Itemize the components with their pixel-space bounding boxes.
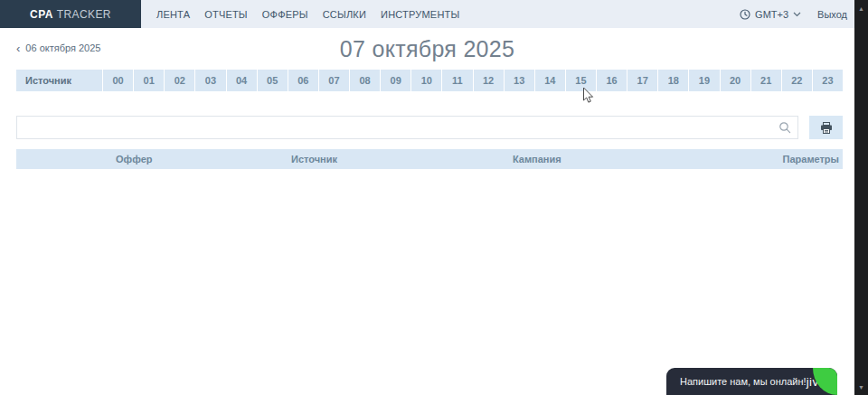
search-row xyxy=(16,116,843,139)
hours-header-row: Источник 00 01 02 03 04 05 06 07 08 09 1… xyxy=(16,70,843,91)
menu-item-lenta[interactable]: ЛЕНТА xyxy=(156,9,191,20)
vertical-scrollbar[interactable]: ▲ ▼ xyxy=(854,0,868,395)
page-title: 07 октября 2025 xyxy=(0,36,854,62)
timezone-selector[interactable]: GMT+3 xyxy=(740,9,801,20)
main-content: ‹ 06 октября 2025 07 октября 2025 Источн… xyxy=(0,28,854,169)
hour-cell-19: 19 xyxy=(688,70,719,91)
hour-cell-07: 07 xyxy=(318,70,349,91)
hour-cell-09: 09 xyxy=(380,70,410,91)
main-menu: ЛЕНТА ОТЧЕТЫ ОФФЕРЫ ССЫЛКИ ИНСТРУМЕНТЫ xyxy=(156,0,460,28)
printer-icon xyxy=(820,122,833,134)
search-input[interactable] xyxy=(16,116,798,139)
hour-cell-10: 10 xyxy=(410,70,441,91)
menu-item-instrumenty[interactable]: ИНСТРУМЕНТЫ xyxy=(380,9,460,20)
search-icon xyxy=(778,121,791,134)
hour-cell-11: 11 xyxy=(441,70,472,91)
hour-cell-14: 14 xyxy=(534,70,565,91)
hour-cell-02: 02 xyxy=(164,70,194,91)
column-header-parameters: Параметры xyxy=(734,154,843,165)
report-table-header: Оффер Источник Кампания Параметры xyxy=(16,149,843,169)
hour-cell-13: 13 xyxy=(504,70,534,91)
hour-cell-21: 21 xyxy=(750,70,781,91)
hour-cell-04: 04 xyxy=(226,70,257,91)
hour-cell-15: 15 xyxy=(565,70,596,91)
hour-cell-03: 03 xyxy=(194,70,225,91)
clock-icon xyxy=(740,9,750,20)
column-header-campaign: Кампания xyxy=(513,154,734,165)
jivo-chat-widget[interactable]: Напишите нам, мы онлайн! jivo xyxy=(666,368,837,395)
menu-item-offery[interactable]: ОФФЕРЫ xyxy=(261,9,309,20)
search-wrapper xyxy=(16,116,798,139)
hour-cell-23: 23 xyxy=(812,70,843,91)
date-navigation-row: ‹ 06 октября 2025 07 октября 2025 xyxy=(0,28,854,70)
chevron-down-icon xyxy=(793,12,801,17)
print-button[interactable] xyxy=(809,116,843,139)
hour-cell-22: 22 xyxy=(781,70,812,91)
jivo-leaf-icon xyxy=(813,368,837,395)
hour-cell-17: 17 xyxy=(627,70,657,91)
hour-cell-05: 05 xyxy=(257,70,288,91)
hour-cell-18: 18 xyxy=(657,70,688,91)
logout-link[interactable]: Выход xyxy=(817,9,847,20)
hour-cell-16: 16 xyxy=(596,70,627,91)
column-header-source: Источник xyxy=(291,154,513,165)
hour-cell-08: 08 xyxy=(349,70,380,91)
brand-secondary: TRACKER xyxy=(57,8,111,21)
brand-primary: CPA xyxy=(30,8,53,21)
scrollbar-down-arrow-icon[interactable]: ▼ xyxy=(854,381,868,393)
menu-item-ssylki[interactable]: ССЫЛКИ xyxy=(322,9,367,20)
timezone-label: GMT+3 xyxy=(755,9,788,20)
hour-cell-01: 01 xyxy=(133,70,164,91)
navbar-right: GMT+3 Выход xyxy=(740,0,854,28)
hour-cell-06: 06 xyxy=(288,70,318,91)
hour-cell-00: 00 xyxy=(102,70,133,91)
hour-cell-12: 12 xyxy=(473,70,504,91)
chat-message: Напишите нам, мы онлайн! xyxy=(666,376,807,387)
top-navbar: CPA TRACKER ЛЕНТА ОТЧЕТЫ ОФФЕРЫ ССЫЛКИ И… xyxy=(0,0,854,28)
hour-cell-20: 20 xyxy=(720,70,750,91)
hours-source-label: Источник xyxy=(16,70,102,91)
scrollbar-up-arrow-icon[interactable]: ▲ xyxy=(854,2,868,14)
brand-logo[interactable]: CPA TRACKER xyxy=(0,0,141,28)
column-header-offer: Оффер xyxy=(116,154,291,165)
menu-item-otchety[interactable]: ОТЧЕТЫ xyxy=(203,9,249,20)
